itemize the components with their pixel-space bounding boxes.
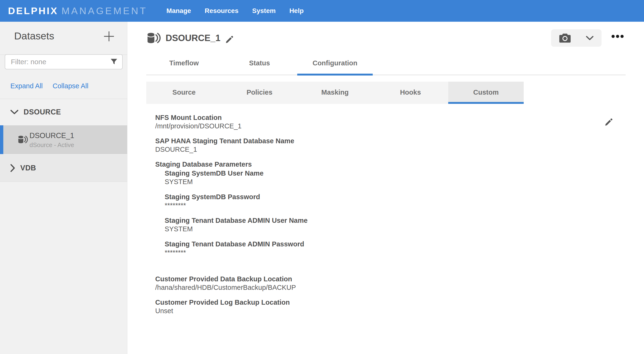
subtab-masking[interactable]: Masking: [297, 82, 373, 104]
configuration-subtabs: Source Policies Masking Hooks Custom: [146, 82, 524, 104]
subtab-policies[interactable]: Policies: [222, 82, 297, 104]
tree-group-label: DSOURCE: [24, 108, 61, 116]
custom-configuration-panel: NFS Mount Location /mnt/provision/DSOURC…: [155, 104, 533, 321]
field-label: Staging SystemDB Password: [165, 193, 533, 201]
nav-item-manage[interactable]: Manage: [160, 0, 198, 22]
filter-icon[interactable]: [110, 59, 118, 66]
group-staging-database-parameters: Staging Database Parameters Staging Syst…: [155, 160, 533, 257]
add-dataset-button[interactable]: [103, 30, 115, 43]
field-label: NFS Mount Location: [155, 113, 533, 122]
snapshot-camera-icon: [559, 33, 571, 43]
nav-item-resources[interactable]: Resources: [198, 0, 245, 22]
subtab-hooks[interactable]: Hooks: [373, 82, 448, 104]
field-label: Staging Tenant Database ADMIN User Name: [165, 216, 533, 225]
app-root: DELPHIX MANAGEMENT Manage Resources Syst…: [0, 0, 644, 354]
field-value-masked: ********: [165, 248, 533, 257]
tree-item-dsource-1[interactable]: DSOURCE_1 dSource - Active: [0, 125, 127, 154]
rename-dataset-button[interactable]: [225, 35, 234, 44]
field-value: SYSTEM: [165, 225, 533, 233]
tab-configuration[interactable]: Configuration: [297, 52, 373, 75]
field-value: /hana/shared/HDB/CustomerBackup/BACKUP: [155, 283, 533, 292]
dsource-icon: [147, 32, 161, 44]
chevron-down-icon: [10, 110, 18, 115]
section-spacer: [155, 263, 533, 275]
collapse-all-link[interactable]: Collapse All: [52, 82, 88, 90]
nav-item-help[interactable]: Help: [282, 0, 311, 22]
dataset-tabs: Timeflow Status Configuration: [146, 52, 626, 75]
tree-group-vdb[interactable]: VDB: [0, 154, 127, 182]
field-value: /mnt/provision/DSOURCE_1: [155, 122, 533, 130]
field-label: Staging Tenant Database ADMIN Password: [165, 240, 533, 248]
field-label: Customer Provided Data Backup Location: [155, 275, 533, 283]
delphix-logo: DELPHIX MANAGEMENT: [8, 6, 148, 17]
chevron-right-icon: [10, 164, 15, 172]
edit-pencil-icon: [225, 35, 234, 44]
tree-group-label: VDB: [20, 164, 36, 172]
page-title: DSOURCE_1: [166, 33, 220, 43]
top-navigation-bar: DELPHIX MANAGEMENT Manage Resources Syst…: [0, 0, 644, 22]
datasets-sidebar: Datasets Expand All Collapse All: [0, 22, 128, 354]
field-value: SYSTEM: [165, 177, 533, 186]
field-value: DSOURCE_1: [155, 145, 533, 154]
subtab-custom[interactable]: Custom: [448, 82, 524, 104]
edit-custom-configuration-button[interactable]: [604, 118, 613, 127]
edit-pencil-icon: [604, 118, 613, 127]
field-label: Customer Provided Log Backup Location: [155, 298, 533, 306]
sidebar-header: Datasets: [0, 22, 127, 55]
dsource-icon: [18, 135, 28, 144]
more-actions-button[interactable]: [612, 35, 624, 38]
field-staging-tenant-admin-user: Staging Tenant Database ADMIN User Name …: [165, 216, 533, 233]
tree-item-label: DSOURCE_1: [30, 131, 74, 140]
subtab-source[interactable]: Source: [146, 82, 222, 104]
field-staging-tenant-db-name: SAP HANA Staging Tenant Database Name DS…: [155, 137, 533, 154]
group-label: Staging Database Parameters: [155, 160, 533, 169]
field-value: Unset: [155, 306, 533, 315]
field-staging-systemdb-user: Staging SystemDB User Name SYSTEM: [165, 169, 533, 186]
plus-icon: [103, 30, 115, 43]
snapshot-button[interactable]: [551, 29, 602, 47]
top-nav-menu: Manage Resources System Help: [160, 0, 311, 22]
tree-item-status: dSource - Active: [30, 141, 74, 149]
field-customer-data-backup-location: Customer Provided Data Backup Location /…: [155, 275, 533, 292]
brand-secondary: MANAGEMENT: [62, 6, 148, 17]
nav-item-system[interactable]: System: [245, 0, 282, 22]
filter-input[interactable]: [5, 54, 123, 69]
field-value-masked: ********: [165, 201, 533, 210]
chevron-down-icon: [586, 36, 594, 40]
tab-timeflow[interactable]: Timeflow: [146, 52, 222, 75]
tree-expand-controls: Expand All Collapse All: [10, 80, 88, 92]
field-label: SAP HANA Staging Tenant Database Name: [155, 137, 533, 145]
more-icon: [612, 35, 624, 38]
group-children: Staging SystemDB User Name SYSTEM Stagin…: [165, 169, 533, 257]
sidebar-title: Datasets: [14, 30, 54, 42]
field-label: Staging SystemDB User Name: [165, 169, 533, 177]
field-staging-tenant-admin-password: Staging Tenant Database ADMIN Password *…: [165, 240, 533, 257]
tab-status[interactable]: Status: [222, 52, 297, 75]
brand-primary: DELPHIX: [8, 6, 58, 17]
expand-all-link[interactable]: Expand All: [10, 82, 43, 90]
main-panel: DSOURCE_1: [128, 22, 644, 354]
field-nfs-mount-location: NFS Mount Location /mnt/provision/DSOURC…: [155, 113, 533, 130]
tree-group-dsource[interactable]: DSOURCE: [0, 99, 127, 125]
filter-field-wrap: [5, 54, 123, 69]
field-customer-log-backup-location: Customer Provided Log Backup Location Un…: [155, 298, 533, 315]
selected-accent-bar: [0, 125, 3, 154]
field-staging-systemdb-password: Staging SystemDB Password ********: [165, 193, 533, 210]
